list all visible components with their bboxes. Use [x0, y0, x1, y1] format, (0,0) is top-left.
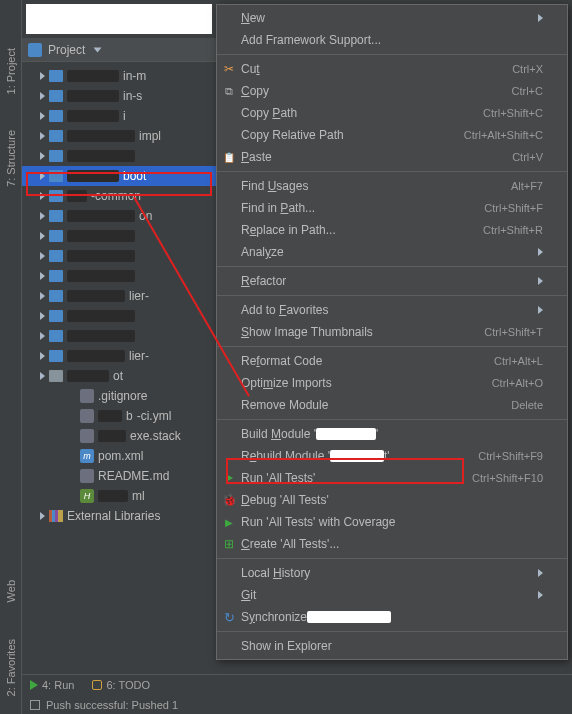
expand-arrow-icon[interactable]: [40, 312, 45, 320]
tree-module-row[interactable]: [22, 306, 216, 326]
menu-label: Paste: [241, 150, 272, 164]
menu-label: Build Module ': [241, 427, 316, 441]
folder-icon: [49, 350, 63, 362]
menu-item-run-all-tests-with-coverage[interactable]: Run 'All Tests' with Coverage: [217, 511, 567, 533]
rail-tab-structure[interactable]: 7: Structure: [5, 130, 17, 187]
menu-item-reformat-code[interactable]: Reformat CodeCtrl+Alt+L: [217, 350, 567, 372]
expand-arrow-icon[interactable]: [40, 372, 45, 380]
menu-item-refactor[interactable]: Refactor: [217, 270, 567, 292]
expand-arrow-icon[interactable]: [40, 132, 45, 140]
menu-item-find-in-path[interactable]: Find in Path...Ctrl+Shift+F: [217, 197, 567, 219]
run-tool-button[interactable]: 4: Run: [30, 679, 74, 691]
menu-item-build-module[interactable]: Build Module '': [217, 423, 567, 445]
tree-file-row[interactable]: README.md: [22, 466, 216, 486]
menu-item-analyze[interactable]: Analyze: [217, 241, 567, 263]
tree-module-row[interactable]: impl: [22, 126, 216, 146]
expand-arrow-icon[interactable]: [40, 112, 45, 120]
expand-arrow-icon[interactable]: [40, 192, 45, 200]
menu-label: Show in Explorer: [241, 639, 332, 653]
menu-item-find-usages[interactable]: Find UsagesAlt+F7: [217, 175, 567, 197]
menu-item-cut[interactable]: CutCtrl+X: [217, 58, 567, 80]
tree-module-row[interactable]: [22, 226, 216, 246]
menu-item-copy-relative-path[interactable]: Copy Relative PathCtrl+Alt+Shift+C: [217, 124, 567, 146]
menu-item-add-to-favorites[interactable]: Add to Favorites: [217, 299, 567, 321]
menu-item-replace-in-path[interactable]: Replace in Path...Ctrl+Shift+R: [217, 219, 567, 241]
expand-arrow-icon[interactable]: [40, 212, 45, 220]
rail-tab-project[interactable]: 1: Project: [5, 48, 17, 94]
menu-separator: [217, 295, 567, 296]
tree-module-row[interactable]: lier-: [22, 346, 216, 366]
tree-module-row[interactable]: -common: [22, 186, 216, 206]
tree-file-row[interactable]: mpom.xml: [22, 446, 216, 466]
tree-external-libraries[interactable]: External Libraries: [22, 506, 216, 526]
expand-arrow-icon[interactable]: [40, 512, 45, 520]
redacted-label: [98, 490, 128, 502]
expand-arrow-icon[interactable]: [40, 352, 45, 360]
tree-module-row[interactable]: [22, 246, 216, 266]
tree-module-row[interactable]: boot: [22, 166, 216, 186]
submenu-arrow-icon: [538, 591, 543, 599]
redacted-label: [67, 310, 135, 322]
menu-item-show-image-thumbnails[interactable]: Show Image ThumbnailsCtrl+Shift+T: [217, 321, 567, 343]
project-tree[interactable]: in-min-siimplboot-commononlier-lier-ot.g…: [22, 62, 216, 674]
expand-arrow-icon[interactable]: [40, 272, 45, 280]
menu-item-local-history[interactable]: Local History: [217, 562, 567, 584]
tree-file-row[interactable]: exe.stack: [22, 426, 216, 446]
module-name-suffix: in-s: [123, 89, 142, 103]
redacted-label: [98, 410, 122, 422]
menu-item-copy[interactable]: CopyCtrl+C: [217, 80, 567, 102]
menu-shortcut: Ctrl+Shift+R: [483, 224, 543, 236]
tree-module-row[interactable]: [22, 146, 216, 166]
menu-shortcut: Ctrl+Alt+L: [494, 355, 543, 367]
menu-item-paste[interactable]: PasteCtrl+V: [217, 146, 567, 168]
module-name-suffix: impl: [139, 129, 161, 143]
tree-module-row[interactable]: in-s: [22, 86, 216, 106]
menu-item-new[interactable]: New: [217, 7, 567, 29]
tree-module-row[interactable]: lier-: [22, 286, 216, 306]
tree-file-row[interactable]: .gitignore: [22, 386, 216, 406]
menu-shortcut: Ctrl+V: [512, 151, 543, 163]
run-icon: [221, 470, 237, 486]
todo-tool-button[interactable]: 6: TODO: [92, 679, 150, 691]
expand-arrow-icon[interactable]: [40, 72, 45, 80]
menu-item-show-in-explorer[interactable]: Show in Explorer: [217, 635, 567, 657]
menu-label: Copy Relative Path: [241, 128, 344, 142]
rail-tab-web[interactable]: Web: [5, 580, 17, 602]
menu-item-debug-all-tests[interactable]: Debug 'All Tests': [217, 489, 567, 511]
menu-shortcut: Ctrl+Shift+C: [483, 107, 543, 119]
tree-module-row[interactable]: [22, 266, 216, 286]
chevron-down-icon[interactable]: [94, 47, 102, 52]
tree-module-row[interactable]: in-m: [22, 66, 216, 86]
tree-file-row[interactable]: Hml: [22, 486, 216, 506]
redacted-label: [67, 210, 135, 222]
tree-module-row[interactable]: on: [22, 206, 216, 226]
menu-item-remove-module[interactable]: Remove ModuleDelete: [217, 394, 567, 416]
folder-icon: [49, 70, 63, 82]
menu-item-create-all-tests[interactable]: Create 'All Tests'...: [217, 533, 567, 555]
tree-module-row[interactable]: [22, 326, 216, 346]
menu-item-git[interactable]: Git: [217, 584, 567, 606]
menu-item-rebuild-module[interactable]: Rebuild Module 't'Ctrl+Shift+F9: [217, 445, 567, 467]
redacted-label: [98, 430, 126, 442]
tree-module-row[interactable]: ot: [22, 366, 216, 386]
expand-arrow-icon[interactable]: [40, 152, 45, 160]
menu-shortcut: Ctrl+X: [512, 63, 543, 75]
rail-tab-favorites[interactable]: 2: Favorites: [5, 639, 17, 696]
menu-item-synchronize[interactable]: Synchronize: [217, 606, 567, 628]
menu-item-add-framework-support[interactable]: Add Framework Support...: [217, 29, 567, 51]
expand-arrow-icon[interactable]: [40, 172, 45, 180]
expand-arrow-icon[interactable]: [40, 232, 45, 240]
menu-item-optimize-imports[interactable]: Optimize ImportsCtrl+Alt+O: [217, 372, 567, 394]
expand-arrow-icon[interactable]: [40, 252, 45, 260]
tree-file-row[interactable]: b-ci.yml: [22, 406, 216, 426]
expand-arrow-icon[interactable]: [40, 292, 45, 300]
menu-item-copy-path[interactable]: Copy PathCtrl+Shift+C: [217, 102, 567, 124]
expand-arrow-icon[interactable]: [40, 332, 45, 340]
tree-module-row[interactable]: i: [22, 106, 216, 126]
expand-arrow-icon[interactable]: [40, 92, 45, 100]
redacted-label: [67, 350, 125, 362]
file-name: -ci.yml: [137, 409, 172, 423]
project-panel-header[interactable]: Project: [22, 38, 216, 62]
menu-item-run-all-tests[interactable]: Run 'All Tests'Ctrl+Shift+F10: [217, 467, 567, 489]
menu-shortcut: Alt+F7: [511, 180, 543, 192]
